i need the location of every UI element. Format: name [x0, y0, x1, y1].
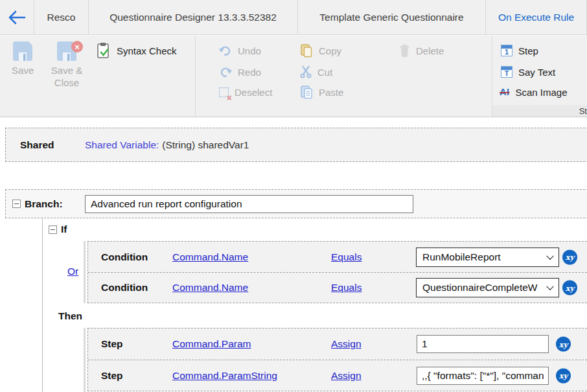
step-icon: 1 [501, 45, 512, 56]
redo-icon [219, 67, 232, 78]
copy-icon [300, 43, 313, 58]
scan-image-label: Scan Image [516, 87, 568, 98]
cut-scissors-icon [300, 65, 312, 78]
condition-row: Condition Command.Name Equals RunMobileR… [88, 242, 587, 272]
conditions-block: Condition Command.Name Equals RunMobileR… [87, 241, 587, 303]
step-field-link[interactable]: Command.Param [172, 338, 251, 350]
questionnaire-designer-window: Resco Questionnaire Designer 13.3.3.5238… [0, 0, 587, 392]
row-kind-label: Condition [101, 251, 148, 263]
save-label: Save [12, 65, 34, 77]
branch-row: Branch: [5, 189, 587, 218]
cut-label: Cut [317, 67, 332, 78]
condition-value-select[interactable]: QuestionnaireCompleteW [416, 278, 559, 297]
save-close-button[interactable]: × Save & Close [45, 40, 88, 89]
step-row: Step Command.Param Assign xy [88, 329, 587, 360]
ribbon-divider [195, 36, 196, 117]
step-label: Step [518, 45, 538, 56]
step-field-link[interactable]: Command.ParamString [172, 370, 277, 382]
tab-template[interactable]: Template Generic Questionnaire [298, 0, 486, 34]
scan-image-button[interactable]: AI Scan Image [500, 85, 568, 99]
menu-resco[interactable]: Resco [34, 0, 89, 34]
unsaved-x-badge-icon: × [71, 41, 83, 52]
if-label: If [61, 224, 67, 235]
shared-variable-row: Shared Shared Variable: (String) sharedV… [5, 128, 587, 162]
step-value-input[interactable] [417, 367, 549, 385]
steps-block: Step Command.Param Assign xy Step Comman… [87, 328, 587, 391]
syntax-check-icon [96, 42, 111, 59]
copy-button[interactable]: Copy [300, 43, 341, 58]
condition-row: Condition Command.Name Equals Questionna… [88, 272, 587, 303]
then-label: Then [58, 310, 82, 322]
back-arrow-icon [8, 10, 26, 25]
delete-trash-icon [399, 44, 410, 57]
condition-value-select[interactable]: RunMobileReport [416, 248, 559, 267]
row-kind-label: Condition [101, 282, 148, 294]
branch-collapse-toggle[interactable] [12, 200, 21, 208]
ribbon: Save × Save & Close Syntax Check [0, 36, 587, 117]
if-section-header: If [49, 224, 67, 235]
deselect-button[interactable]: Deselect [219, 85, 272, 99]
redo-button[interactable]: Redo [219, 65, 261, 79]
xy-formula-button[interactable]: xy [556, 337, 571, 352]
app-title: Questionnaire Designer 13.3.3.52382 [89, 0, 298, 34]
syntax-check-label: Syntax Check [117, 45, 177, 56]
save-close-label: Save & Close [49, 65, 85, 89]
ribbon-group-caption: St [492, 105, 587, 117]
paste-label: Paste [319, 87, 343, 98]
save-floppy-icon [11, 40, 34, 63]
shared-variable-value: (String) sharedVar1 [162, 139, 249, 151]
step-row: Step Command.ParamString Assign xy [88, 360, 587, 391]
tab-on-execute-rule[interactable]: On Execute Rule [486, 0, 587, 34]
if-collapse-toggle[interactable] [49, 225, 57, 234]
copy-label: Copy [319, 45, 341, 56]
condition-operator-link[interactable]: Equals [331, 282, 362, 294]
back-button[interactable] [0, 0, 34, 34]
or-operator-link[interactable]: Or [67, 266, 78, 277]
undo-icon [219, 45, 232, 56]
delete-button[interactable]: Delete [399, 43, 444, 58]
say-text-button[interactable]: T Say Text [501, 65, 555, 79]
step-operator-link[interactable]: Assign [331, 338, 362, 350]
cut-button[interactable]: Cut [300, 65, 332, 79]
scan-image-ai-icon: AI [500, 87, 510, 97]
syntax-check-button[interactable]: Syntax Check [96, 42, 177, 59]
branch-tree-guide [42, 218, 43, 392]
shared-variable-link[interactable]: Shared Variable: [85, 139, 159, 151]
add-step-button[interactable]: 1 Step [501, 43, 538, 58]
step-value-input[interactable] [417, 335, 549, 353]
branch-name-input[interactable] [85, 195, 413, 213]
top-bar: Resco Questionnaire Designer 13.3.3.5238… [0, 0, 587, 35]
xy-formula-button[interactable]: xy [562, 281, 577, 295]
step-block-bar [84, 328, 86, 392]
chevron-down-icon [546, 283, 553, 290]
deselect-label: Deselect [235, 87, 272, 98]
say-text-label: Say Text [518, 67, 555, 78]
row-kind-label: Step [101, 338, 123, 350]
condition-value-text: RunMobileReport [422, 251, 501, 263]
save-button[interactable]: Save [1, 40, 44, 77]
redo-label: Redo [238, 67, 261, 78]
xy-formula-button[interactable]: xy [556, 368, 571, 383]
paste-button[interactable]: Paste [300, 85, 343, 99]
say-text-icon: T [501, 66, 512, 78]
undo-button[interactable]: Undo [219, 43, 261, 58]
condition-operator-link[interactable]: Equals [331, 251, 362, 263]
shared-label: Shared [20, 139, 85, 151]
condition-field-link[interactable]: Command.Name [172, 282, 248, 294]
undo-label: Undo [238, 45, 261, 56]
condition-block-bar [84, 241, 86, 303]
row-kind-label: Step [101, 370, 123, 382]
deselect-icon [219, 87, 229, 97]
chevron-down-icon [546, 252, 553, 259]
condition-value-text: QuestionnaireCompleteW [422, 282, 537, 294]
step-operator-link[interactable]: Assign [331, 370, 362, 382]
branch-label: Branch: [25, 198, 63, 210]
xy-formula-button[interactable]: xy [562, 249, 577, 264]
delete-label: Delete [416, 45, 444, 56]
paste-clipboard-icon [300, 85, 313, 99]
condition-field-link[interactable]: Command.Name [172, 251, 248, 263]
